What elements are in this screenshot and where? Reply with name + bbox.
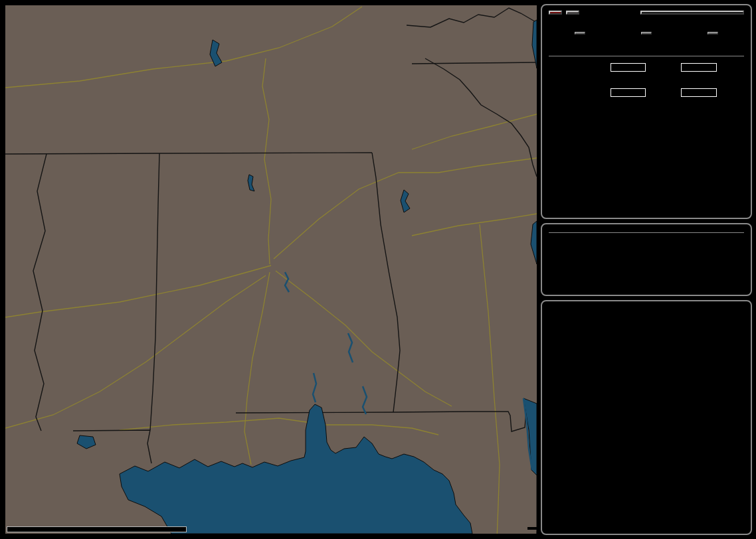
- counters-panel: [541, 4, 752, 219]
- strike-map[interactable]: [5, 5, 537, 534]
- trend-panel: [541, 300, 752, 535]
- copyright-label: [527, 527, 537, 530]
- noise-toggle-button[interactable]: [566, 11, 579, 15]
- trend-graph-chart: [549, 325, 748, 497]
- strikes-per-min-header: [575, 32, 585, 35]
- strike-toggle-button[interactable]: [549, 11, 562, 15]
- cg-negative-bar: [681, 63, 716, 72]
- ic-negative-bar: [681, 88, 716, 97]
- map-canvas: [5, 5, 537, 534]
- status-panel: [541, 223, 752, 296]
- bearing-range-readout: [640, 11, 744, 15]
- noises-per-min-header: [708, 32, 718, 35]
- datetime-display: [549, 229, 744, 233]
- ic-positive-bar: [611, 88, 646, 97]
- distribution-title: [549, 54, 744, 56]
- symbol-legend: [7, 526, 187, 532]
- sidebar: [539, 0, 756, 539]
- cg-positive-bar: [611, 63, 646, 72]
- app-window: [0, 0, 756, 539]
- map-land: [5, 5, 537, 534]
- close-per-min-header: [641, 32, 652, 35]
